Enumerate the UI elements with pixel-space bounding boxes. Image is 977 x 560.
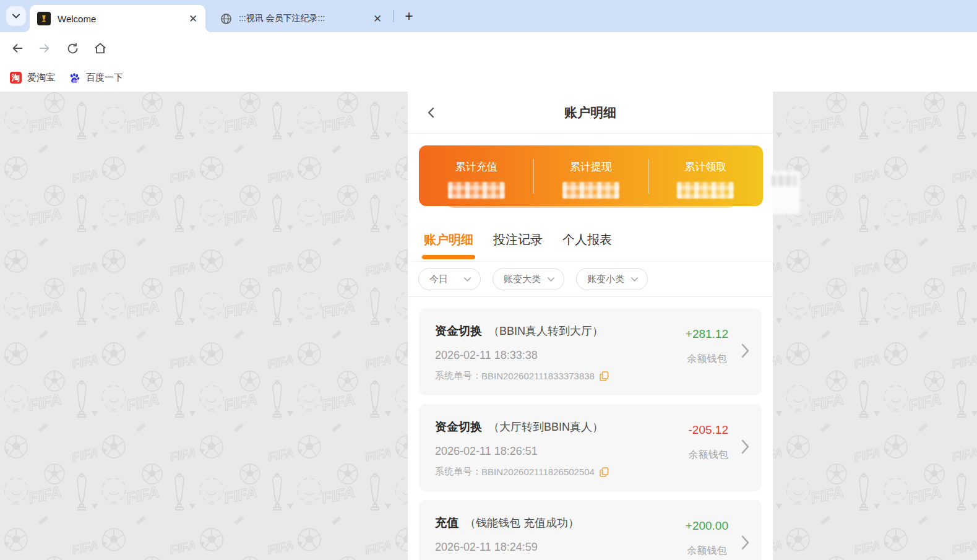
- record-wallet: 余额钱包: [689, 449, 728, 462]
- record-order-number: BBIN202602111833373838: [481, 371, 595, 381]
- filter-row: 今日 账变大类 账变小类: [408, 262, 773, 297]
- panel-header: 账户明细: [408, 92, 773, 134]
- blurred-overlay: [768, 171, 800, 214]
- page-title: 账户明细: [408, 92, 773, 134]
- home-button[interactable]: [90, 38, 110, 58]
- summary-label: 累计充值: [455, 160, 497, 174]
- forward-button[interactable]: [35, 38, 54, 58]
- reload-button[interactable]: [62, 38, 82, 58]
- tab-bet-records[interactable]: 投注记录: [492, 229, 544, 251]
- svg-text:du: du: [73, 79, 77, 82]
- section-tabs: 账户明细 投注记录 个人报表: [408, 218, 773, 262]
- record-type: 资金切换: [435, 323, 482, 339]
- close-tab-icon[interactable]: ✕: [371, 12, 384, 25]
- chevron-down-icon: [12, 12, 20, 20]
- account-detail-panel: 账户明细 累计充值 累计提现 累计领取 账户明细 投注记: [408, 92, 773, 560]
- tab-account-detail[interactable]: 账户明细: [423, 229, 475, 251]
- record-item[interactable]: 充值 （钱能钱包 充值成功） 2026-02-11 18:24:59 系统单号：…: [419, 500, 762, 560]
- record-wallet: 余额钱包: [687, 353, 726, 366]
- summary-total-claimed: 累计领取: [648, 145, 763, 206]
- records-list: 资金切换 （BBIN真人转到大厅） 2026-02-11 18:33:38 系统…: [408, 297, 773, 560]
- blurred-value: [677, 182, 734, 199]
- chevron-down-icon: [631, 275, 639, 283]
- record-amount: -205.12: [689, 423, 728, 437]
- record-order-label: 系统单号：: [435, 466, 481, 478]
- tab-title: :::视讯 会员下注纪录:::: [239, 13, 371, 24]
- record-amount-block: +200.00 余额钱包: [686, 519, 728, 558]
- browser-tab-welcome[interactable]: Welcome ✕: [30, 5, 205, 32]
- new-tab-button[interactable]: +: [400, 7, 418, 25]
- record-amount: +200.00: [686, 519, 728, 533]
- bookmark-baidu[interactable]: du 百度一下: [64, 69, 127, 86]
- chevron-down-icon: [547, 275, 555, 283]
- record-item[interactable]: 资金切换 （大厅转到BBIN真人） 2026-02-11 18:26:51 系统…: [419, 404, 762, 491]
- record-amount: +281.12: [686, 327, 728, 341]
- record-type: 资金切换: [435, 419, 482, 435]
- baidu-paw-icon: du: [68, 72, 80, 84]
- record-description: （大厅转到BBIN真人）: [488, 420, 603, 434]
- chevron-right-icon[interactable]: [740, 342, 751, 358]
- filter-label: 账变小类: [587, 274, 624, 285]
- record-type: 充值: [435, 515, 458, 531]
- record-wallet: 余额钱包: [687, 545, 726, 558]
- filter-label: 今日: [429, 274, 448, 285]
- bookmark-aitaobao[interactable]: 淘 爱淘宝: [6, 69, 59, 86]
- summary-section: 累计充值 累计提现 累计领取: [408, 134, 773, 218]
- back-button[interactable]: [7, 38, 27, 58]
- tab-search-button[interactable]: [6, 6, 26, 26]
- chevron-right-icon[interactable]: [740, 534, 751, 550]
- record-order-label: 系统单号：: [435, 370, 481, 382]
- record-amount-block: -205.12 余额钱包: [689, 423, 728, 462]
- chevron-right-icon[interactable]: [740, 438, 751, 454]
- summary-card: 累计充值 累计提现 累计领取: [419, 145, 763, 206]
- filter-major-category-dropdown[interactable]: 账变大类: [493, 268, 564, 290]
- bookmarks-bar: 淘 爱淘宝 du 百度一下: [0, 64, 977, 92]
- site-favicon: [37, 12, 51, 25]
- record-description: （钱能钱包 充值成功）: [465, 515, 579, 530]
- browser-tab-strip: Welcome ✕ :::视讯 会员下注纪录::: ✕ +: [0, 0, 977, 32]
- globe-icon: [220, 13, 232, 25]
- bookmark-label: 爱淘宝: [27, 72, 55, 84]
- blurred-value: [562, 182, 619, 199]
- summary-total-deposit: 累计充值: [419, 145, 533, 206]
- tab-personal-report[interactable]: 个人报表: [561, 229, 613, 251]
- filter-minor-category-dropdown[interactable]: 账变小类: [576, 268, 648, 290]
- chevron-down-icon: [463, 275, 471, 283]
- record-description: （BBIN真人转到大厅）: [488, 324, 603, 338]
- back-arrow-icon[interactable]: [424, 105, 439, 120]
- summary-total-withdraw: 累计提现: [533, 145, 648, 206]
- page-background: FIFA FIFA JFL: [0, 92, 977, 560]
- filter-date-dropdown[interactable]: 今日: [418, 268, 481, 290]
- tab-divider: [394, 10, 394, 22]
- blurred-value: [448, 182, 505, 199]
- summary-label: 累计领取: [684, 160, 726, 174]
- record-item[interactable]: 资金切换 （BBIN真人转到大厅） 2026-02-11 18:33:38 系统…: [419, 308, 762, 395]
- browser-toolbar: ld48.com/reports/index?tab=0: [0, 32, 977, 64]
- record-amount-block: +281.12 余额钱包: [686, 327, 728, 366]
- close-tab-icon[interactable]: ✕: [187, 12, 199, 25]
- copy-icon[interactable]: [600, 467, 609, 477]
- summary-label: 累计提现: [570, 160, 612, 174]
- copy-icon[interactable]: [600, 371, 609, 381]
- filter-label: 账变大类: [504, 274, 541, 285]
- record-order-number: BBIN202602111826502504: [481, 467, 595, 477]
- browser-tab-records[interactable]: :::视讯 会员下注纪录::: ✕: [210, 5, 389, 32]
- bookmark-label: 百度一下: [86, 72, 123, 84]
- taobao-icon: 淘: [10, 72, 22, 84]
- tab-title: Welcome: [58, 14, 187, 24]
